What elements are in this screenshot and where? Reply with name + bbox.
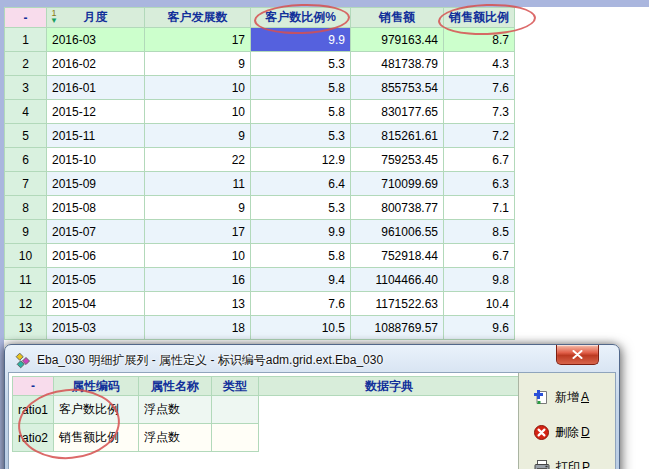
grid-cell[interactable]: 16 bbox=[145, 268, 251, 292]
grid-cell[interactable]: 979163.44 bbox=[351, 28, 444, 52]
row-number-cell[interactable]: 2 bbox=[5, 52, 47, 76]
row-number-cell[interactable]: 10 bbox=[5, 244, 47, 268]
grid-cell[interactable]: 8.5 bbox=[444, 220, 515, 244]
grid-cell[interactable]: 7.6 bbox=[251, 292, 351, 316]
row-number-cell[interactable]: 3 bbox=[5, 76, 47, 100]
grid-cell[interactable]: 961006.55 bbox=[351, 220, 444, 244]
grid-cell[interactable]: 2015-06 bbox=[47, 244, 145, 268]
grid-cell[interactable]: 2015-07 bbox=[47, 220, 145, 244]
row-number-cell[interactable]: 1 bbox=[5, 28, 47, 52]
grid-cell[interactable]: 2015-11 bbox=[47, 124, 145, 148]
row-number-cell[interactable]: 8 bbox=[5, 196, 47, 220]
grid-cell[interactable]: 752918.44 bbox=[351, 244, 444, 268]
grid-cell[interactable]: 浮点数 bbox=[139, 396, 212, 424]
column-header[interactable]: 属性名称 bbox=[139, 377, 212, 396]
grid-cell[interactable]: 5.3 bbox=[251, 196, 351, 220]
column-header[interactable]: 月度1▼ bbox=[47, 8, 145, 28]
grid-cell[interactable]: 7.1 bbox=[444, 196, 515, 220]
grid-cell[interactable]: 2015-09 bbox=[47, 172, 145, 196]
grid-cell[interactable]: 7.3 bbox=[444, 100, 515, 124]
grid-cell[interactable]: 4.3 bbox=[444, 52, 515, 76]
delete-button-label: 删除 bbox=[555, 425, 579, 439]
grid-cell[interactable]: 9.8 bbox=[444, 268, 515, 292]
grid-cell[interactable]: 710099.69 bbox=[351, 172, 444, 196]
row-number-cell[interactable]: 4 bbox=[5, 100, 47, 124]
grid-cell[interactable]: 2015-08 bbox=[47, 196, 145, 220]
row-number-cell[interactable]: 12 bbox=[5, 292, 47, 316]
screen: -月度1▼客户发展数客户数比例%销售额销售额比例12016-03179.9979… bbox=[0, 0, 649, 469]
grid-cell[interactable]: 10 bbox=[145, 76, 251, 100]
dialog-title-bar: Eba_030 明细扩展列 - 属性定义 - 标识编号adm.grid.ext.… bbox=[15, 352, 544, 369]
row-number-cell[interactable]: 7 bbox=[5, 172, 47, 196]
dialog-diamonds-icon bbox=[15, 353, 31, 369]
row-number-cell[interactable]: 5 bbox=[5, 124, 47, 148]
grid-cell[interactable]: 9.9 bbox=[251, 220, 351, 244]
grid-cell[interactable]: 2015-10 bbox=[47, 148, 145, 172]
grid-cell[interactable]: 2015-04 bbox=[47, 292, 145, 316]
grid-cell[interactable]: 2015-03 bbox=[47, 316, 145, 340]
row-number-cell[interactable]: 6 bbox=[5, 148, 47, 172]
close-button[interactable] bbox=[556, 345, 599, 365]
row-number-cell[interactable]: 13 bbox=[5, 316, 47, 340]
grid-cell[interactable]: 浮点数 bbox=[139, 424, 212, 452]
grid-cell[interactable]: 5.8 bbox=[251, 100, 351, 124]
grid-cell[interactable]: 10 bbox=[145, 100, 251, 124]
grid-cell[interactable]: 1171522.63 bbox=[351, 292, 444, 316]
grid-cell[interactable]: 6.7 bbox=[444, 148, 515, 172]
grid-cell[interactable]: 2016-01 bbox=[47, 76, 145, 100]
grid-cell[interactable]: 1104466.40 bbox=[351, 268, 444, 292]
delete-icon bbox=[534, 425, 549, 440]
column-header[interactable]: 销售额 bbox=[351, 8, 444, 28]
grid-cell[interactable]: 6.7 bbox=[444, 244, 515, 268]
column-header[interactable]: 客户发展数 bbox=[145, 8, 251, 28]
grid-cell[interactable]: 830177.65 bbox=[351, 100, 444, 124]
grid-cell[interactable]: 2015-05 bbox=[47, 268, 145, 292]
grid-cell[interactable]: 7.2 bbox=[444, 124, 515, 148]
grid-cell[interactable]: 2016-03 bbox=[47, 28, 145, 52]
grid-cell[interactable]: 2015-12 bbox=[47, 100, 145, 124]
grid-cell[interactable]: 13 bbox=[145, 292, 251, 316]
grid-cell[interactable]: 2016-02 bbox=[47, 52, 145, 76]
grid-cell[interactable]: 6.4 bbox=[251, 172, 351, 196]
grid-cell[interactable]: 9.4 bbox=[251, 268, 351, 292]
row-number-cell[interactable]: 9 bbox=[5, 220, 47, 244]
grid-cell[interactable]: 17 bbox=[145, 220, 251, 244]
grid-cell[interactable]: 9.6 bbox=[444, 316, 515, 340]
column-header[interactable]: 类型 bbox=[212, 377, 259, 396]
grid-cell[interactable]: 481738.79 bbox=[351, 52, 444, 76]
printer-icon bbox=[534, 460, 550, 469]
add-button[interactable]: 新增A bbox=[534, 389, 615, 406]
grid-cell[interactable]: 5.8 bbox=[251, 244, 351, 268]
grid-cell[interactable]: 10 bbox=[145, 244, 251, 268]
grid-cell[interactable]: 22 bbox=[145, 148, 251, 172]
grid-cell[interactable]: 17 bbox=[145, 28, 251, 52]
grid-cell[interactable]: 11 bbox=[145, 172, 251, 196]
grid-cell[interactable]: 855753.54 bbox=[351, 76, 444, 100]
grid-cell[interactable]: 1088769.57 bbox=[351, 316, 444, 340]
print-button[interactable]: 打印P bbox=[534, 459, 615, 469]
dialog-button-panel: 新增A 删除D 打印P bbox=[518, 373, 615, 469]
row-number-cell[interactable]: 11 bbox=[5, 268, 47, 292]
grid-corner-cell[interactable]: - bbox=[5, 8, 47, 28]
grid-cell[interactable]: 6.3 bbox=[444, 172, 515, 196]
grid-cell[interactable]: 815261.61 bbox=[351, 124, 444, 148]
grid-cell[interactable]: 5.3 bbox=[251, 52, 351, 76]
grid-cell[interactable]: 9 bbox=[145, 124, 251, 148]
grid-cell[interactable]: 9 bbox=[145, 52, 251, 76]
grid-cell[interactable]: 759253.45 bbox=[351, 148, 444, 172]
grid-cell[interactable]: 5.8 bbox=[251, 76, 351, 100]
grid-cell[interactable]: 800738.77 bbox=[351, 196, 444, 220]
add-button-label: 新增 bbox=[555, 390, 579, 404]
grid-cell[interactable]: 7.6 bbox=[444, 76, 515, 100]
main-grid: -月度1▼客户发展数客户数比例%销售额销售额比例12016-03179.9979… bbox=[4, 7, 515, 340]
grid-cell[interactable]: 12.9 bbox=[251, 148, 351, 172]
grid-cell[interactable]: 9 bbox=[145, 196, 251, 220]
grid-cell[interactable]: 10.4 bbox=[444, 292, 515, 316]
grid-cell[interactable]: 5.3 bbox=[251, 124, 351, 148]
column-header[interactable]: 数据字典 bbox=[259, 377, 520, 396]
delete-button[interactable]: 删除D bbox=[534, 424, 615, 441]
grid-cell[interactable] bbox=[212, 424, 259, 452]
grid-cell[interactable]: 18 bbox=[145, 316, 251, 340]
grid-cell[interactable] bbox=[212, 396, 259, 424]
grid-cell[interactable]: 10.5 bbox=[251, 316, 351, 340]
